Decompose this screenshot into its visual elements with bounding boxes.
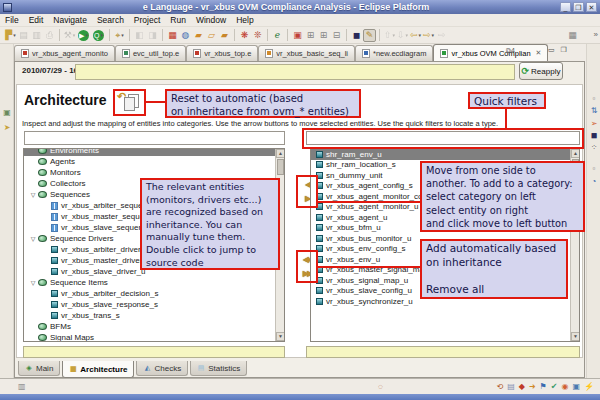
unit-icon (316, 161, 323, 168)
menu-edit[interactable]: Edit (24, 15, 49, 25)
view-minmax-icons[interactable]: ▭ ❐ (548, 46, 569, 54)
debug-view-icon[interactable]: ➢ (589, 119, 599, 129)
tree-item[interactable]: vr_xbus_trans_s (24, 310, 275, 321)
titlebar: e Language - vr_xbus OVM Compliance Anal… (0, 0, 600, 14)
reapply-button[interactable]: ⟳ Reapply (519, 62, 563, 80)
close-tab-icon[interactable]: ✕ (536, 49, 542, 57)
minimize-button[interactable]: _ (560, 2, 571, 12)
debug-icon[interactable]: Q (93, 30, 104, 41)
architecture-tab-icon: ▦ (69, 365, 77, 373)
expander-icon[interactable]: ▽ (28, 191, 38, 198)
tree-item[interactable]: Signal Maps (24, 332, 275, 341)
ecom-window-icon[interactable]: ▣ (291, 29, 304, 42)
tree-item[interactable]: Monitors (24, 167, 275, 178)
left-quick-filter-input[interactable] (24, 131, 285, 145)
menu-window[interactable]: Window (191, 15, 231, 25)
tree-item[interactable]: vr_xbus_slave_response_s (24, 299, 275, 310)
view-tab-checks[interactable]: ◭Checks (136, 361, 188, 376)
properties-view-icon[interactable]: ◼ (589, 131, 599, 141)
restore-pane-icon[interactable]: ▫ (589, 94, 599, 104)
scroll-down-icon[interactable]: ▼ (276, 332, 285, 341)
sync-status-icon[interactable]: ⟲ (496, 380, 503, 394)
new-wizard-icon[interactable]: ▛ (4, 29, 17, 42)
menu-project[interactable]: Project (129, 15, 165, 25)
tree-item[interactable]: vr_xbus_arbiter_decision_s (24, 288, 275, 299)
break-icon[interactable]: ❋ (238, 29, 251, 42)
tree-item[interactable]: BFMs (24, 321, 275, 332)
specman-restore-icon[interactable]: ▱ (205, 29, 218, 42)
forward-history-icon[interactable]: ⇨ (422, 29, 435, 42)
toolbar-overflow-icon[interactable]: » (594, 30, 598, 39)
tuning-status-icon[interactable]: ⚡ (584, 380, 594, 394)
minimized-console-view-icon[interactable]: ▣ (2, 108, 12, 118)
monitor-status-icon[interactable]: ▣ (572, 380, 580, 394)
editor-tab-vr-xbus-ovm-complian[interactable]: vr_xbus OVM Complian✕ (433, 44, 548, 61)
minimized-outline-view-icon[interactable]: ➤ (2, 123, 12, 133)
reapply-label: Reapply (531, 67, 560, 76)
collapse-all-icon[interactable]: ⊟ (330, 29, 343, 42)
run-status-icon[interactable]: ➜ (529, 380, 536, 394)
expander-icon[interactable]: ▽ (28, 279, 38, 286)
tree-item[interactable]: Environments (24, 149, 275, 156)
back-history-icon[interactable]: ⇦ (409, 29, 422, 42)
save-icon: ▤ (17, 29, 30, 42)
editor-tab-vr-xbus-agent-monito[interactable]: vr_xbus_agent_monito (14, 45, 115, 61)
outline-view-icon[interactable]: ⇅ (589, 106, 599, 116)
view-tab-statistics[interactable]: ▤Statistics (190, 361, 247, 376)
list-item[interactable]: shr_ram_env_u (311, 149, 570, 160)
search-view-icon[interactable]: ◔ (589, 177, 599, 187)
specman-save-icon[interactable]: ▰ (192, 29, 205, 42)
checks-status-icon[interactable]: ✔ (551, 380, 558, 394)
e-language-icon[interactable]: ℯ (271, 29, 284, 42)
expander-icon[interactable]: ▽ (28, 235, 38, 242)
app-icon (3, 3, 12, 12)
open-type-icon[interactable]: ▦ (566, 29, 579, 42)
view-tab-architecture[interactable]: ▦Architecture (62, 361, 134, 378)
doc-status-icon[interactable]: ▤ (507, 380, 515, 394)
file-type-dot (267, 51, 271, 55)
module-icon[interactable]: ◼ (350, 29, 363, 42)
view-tab-main[interactable]: ◈Main (18, 361, 60, 376)
specman-reload-icon[interactable]: ▰ (218, 29, 231, 42)
specman-status-icon[interactable]: ◆ (519, 380, 525, 394)
tab-overflow-icon[interactable]: ⧉4 (506, 47, 515, 55)
specman-console-icon[interactable]: ▦ (166, 29, 179, 42)
run-icon[interactable]: ▶ (78, 30, 89, 41)
close-button[interactable]: ✕ (586, 2, 597, 12)
expand-selected-icon[interactable]: ⊞ (317, 29, 330, 42)
edit-mode-icon[interactable]: ✎ (363, 29, 376, 42)
scroll-up-icon[interactable]: ▲ (571, 149, 580, 158)
specman-load-icon[interactable]: ◍ (179, 29, 192, 42)
report-field[interactable] (75, 64, 515, 80)
interrupt-icon[interactable]: ❊ (251, 29, 264, 42)
editor-tab-vr-xbus-basic-seq-li[interactable]: vr_xbus_basic_seq_li (258, 45, 355, 61)
list-item-label: vr_xbus_bfm_u (326, 223, 381, 232)
coverage-status-icon[interactable]: ◉ (561, 380, 568, 394)
editor-tab--new-ecdiagram[interactable]: *new.ecdiagram (355, 45, 433, 61)
tree-item[interactable]: ▽Sequence Items (24, 277, 275, 288)
scrollbar-thumb[interactable] (277, 159, 284, 175)
scroll-down-icon[interactable]: ▼ (571, 332, 580, 341)
menu-help[interactable]: Help (231, 15, 258, 25)
tree-item-label: vr_xbus_master_driver_u (61, 256, 151, 265)
restore-button[interactable]: ❐ (573, 2, 584, 12)
flag-status-icon[interactable]: ⚑ (540, 380, 547, 394)
list-item-label: vr_xbus_env_config_s (326, 244, 406, 253)
menu-file[interactable]: File (0, 15, 24, 25)
hierarchy-view-icon[interactable]: ⁘ (589, 143, 599, 153)
tree-item[interactable]: Agents (24, 156, 275, 167)
editor-tab-vr-xbus-top-e[interactable]: vr_xbus_top.e (186, 45, 258, 61)
menu-navigate[interactable]: Navigate (48, 15, 92, 25)
restore-pane2-icon[interactable]: ▫ (589, 164, 599, 174)
search-icon[interactable]: ⌖ (113, 29, 126, 42)
save-all-icon: ▥ (30, 29, 43, 42)
editor-tab-evc-util-top-e[interactable]: evc_util_top.e (115, 45, 186, 61)
menu-run[interactable]: Run (165, 15, 191, 25)
quick-filter-highlight-box (302, 128, 584, 149)
unit-icon (51, 246, 58, 253)
unit-icon (316, 287, 323, 294)
toolbar-separator (234, 29, 235, 41)
menu-search[interactable]: Search (92, 15, 129, 25)
scroll-up-icon[interactable]: ▲ (276, 149, 285, 158)
expand-all-icon[interactable]: ⊞ (304, 29, 317, 42)
